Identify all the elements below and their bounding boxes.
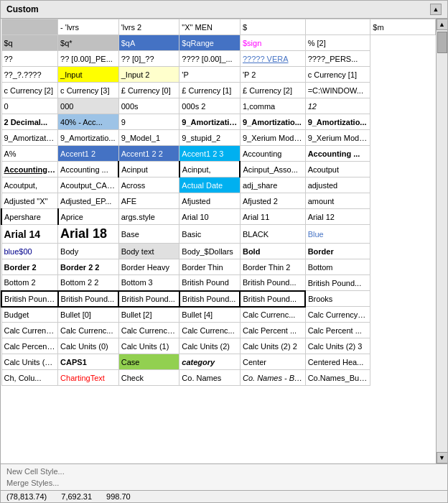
style-cell[interactable]: British Pound... (179, 291, 241, 307)
merge-styles-button[interactable]: Merge Styles... (6, 477, 442, 489)
style-cell[interactable]: Bottom 2 2 (58, 275, 119, 291)
style-cell[interactable]: Arial 11 (240, 209, 305, 225)
style-cell[interactable]: 000 (58, 98, 119, 114)
style-cell[interactable] (305, 19, 370, 35)
style-cell[interactable]: Calc Currenc... (58, 323, 119, 338)
table-row[interactable]: A%Accent1 2Accent1 2 2Accent1 2 3Account… (1, 146, 436, 162)
style-cell[interactable]: 'lvrs 2 (118, 19, 179, 35)
style-cell[interactable]: Ch, Colu... (1, 370, 58, 386)
style-cell[interactable]: Bottom 3 (118, 275, 179, 291)
style-cell[interactable]: Acinput (118, 162, 179, 177)
style-cell[interactable]: ?? [0]_?? (118, 51, 179, 67)
style-cell[interactable]: 9_Amortization (179, 114, 241, 130)
style-cell[interactable]: amount (305, 193, 370, 209)
style-cell[interactable]: adj_share (240, 177, 305, 193)
table-row[interactable]: 9_Amortizatio...9_Amortizatio...9_Model_… (1, 130, 436, 146)
style-cell[interactable]: 40% - Acc... (58, 114, 119, 130)
style-cell[interactable]: British Pound... (58, 291, 119, 307)
style-cell[interactable]: A% (1, 146, 58, 162)
style-cell[interactable]: 9_Xerium Model ... (305, 130, 370, 146)
style-cell[interactable]: Apershare (1, 209, 58, 225)
style-cell[interactable]: Co. Names (179, 370, 241, 386)
style-cell[interactable]: $qA (118, 35, 179, 51)
style-cell[interactable]: 2 Decimal... (1, 114, 58, 130)
style-cell[interactable]: British Pound... (118, 291, 179, 307)
style-cell[interactable]: blue$00 (1, 244, 58, 259)
style-cell[interactable]: ????? VERA (240, 51, 305, 67)
style-cell[interactable]: c Currency [1] (305, 67, 370, 83)
style-cell[interactable]: Acinput_Asso... (240, 162, 305, 177)
table-row[interactable]: ???? [0.00]_PE...?? [0]_?????? [0.00]_..… (1, 51, 436, 67)
vertical-scrollbar[interactable]: ▲ ▼ (436, 19, 447, 463)
style-cell[interactable]: _Input (58, 67, 119, 83)
style-cell[interactable]: Adjusted_EP... (58, 193, 119, 209)
style-cell[interactable]: Border 2 (1, 259, 58, 275)
style-cell[interactable]: Calc Currency (... (305, 307, 370, 323)
style-cell[interactable]: =C:\WINDOW... (305, 83, 370, 98)
style-cell[interactable]: Calc Units (2) 3 (305, 338, 370, 354)
style-cell[interactable]: _Input 2 (118, 67, 179, 83)
style-cell[interactable]: Basic (179, 225, 241, 244)
style-cell[interactable]: 1,comma (240, 98, 305, 114)
style-cell[interactable]: category (179, 354, 241, 370)
new-cell-style-button[interactable]: New Cell Style... (6, 466, 442, 477)
table-row[interactable]: blue$00BodyBody textBody_$DollarsBoldBor… (1, 244, 436, 259)
style-cell[interactable]: 9_Xerium Model ... (240, 130, 305, 146)
style-cell[interactable]: $sign (240, 35, 305, 51)
style-cell[interactable]: Bullet [0] (58, 307, 119, 323)
style-cell[interactable]: CAPS1 (58, 354, 119, 370)
style-cell[interactable]: $q (1, 35, 58, 51)
style-cell[interactable]: Calc Percent ... (240, 323, 305, 338)
scroll-up-btn[interactable]: ▲ (437, 19, 448, 30)
style-cell[interactable]: Afjusted (179, 193, 241, 209)
style-cell[interactable]: Calc Currency (... (118, 323, 179, 338)
style-cell[interactable]: $q* (58, 35, 119, 51)
table-row[interactable]: ??_?.????_Input_Input 2'P'P 2c Currency … (1, 67, 436, 83)
style-cell[interactable]: ???? [0.00]_... (179, 51, 241, 67)
style-cell[interactable]: % [2] (305, 35, 370, 51)
style-cell[interactable]: Arial 12 (305, 209, 370, 225)
style-cell[interactable]: Calc Percent ... (305, 323, 370, 338)
style-cell[interactable]: Across (118, 177, 179, 193)
table-row[interactable]: Border 2Border 2 2Border HeavyBorder Thi… (1, 259, 436, 275)
table-row[interactable]: Calc Percent (2)Calc Units (0)Calc Units… (1, 338, 436, 354)
table-row[interactable]: 0000000s000s 21,comma12 (1, 98, 436, 114)
table-row[interactable]: Adjusted "X"Adjusted_EP...AFEAfjustedAfj… (1, 193, 436, 209)
style-cell[interactable]: ?? [0.00]_PE... (58, 51, 119, 67)
table-row[interactable]: Accounting ...Accounting ...AcinputAcinp… (1, 162, 436, 177)
style-cell[interactable]: British Pound... (305, 275, 370, 291)
table-row[interactable]: BudgetBullet [0]Bullet [2]Bullet [4]Calc… (1, 307, 436, 323)
style-cell[interactable]: Bottom 2 (1, 275, 58, 291)
style-cell[interactable]: Adjusted "X" (1, 193, 58, 209)
style-cell[interactable]: Bold (240, 244, 305, 259)
style-cell[interactable]: adjusted (305, 177, 370, 193)
style-cell[interactable]: Border (305, 244, 370, 259)
style-cell[interactable]: Calc Units (0) (58, 338, 119, 354)
table-row[interactable]: Acoutput,Acoutput_CASco...AcrossActual D… (1, 177, 436, 193)
style-cell[interactable]: Bullet [4] (179, 307, 241, 323)
style-cell[interactable]: Calc Units (2) 4 (1, 354, 58, 370)
style-cell[interactable]: Calc Units (2) 2 (240, 338, 305, 354)
style-cell[interactable]: ChartingText (58, 370, 119, 386)
style-cell[interactable]: Arial 18 (58, 225, 119, 244)
style-cell[interactable]: British Pound... (240, 291, 305, 307)
style-cell[interactable]: $qRange (179, 35, 241, 51)
table-row[interactable]: Calc Units (2) 4CAPS1CasecategoryCenterC… (1, 354, 436, 370)
style-cell[interactable]: Accent1 2 3 (179, 146, 241, 162)
style-cell[interactable]: Aprice (58, 209, 119, 225)
style-cell[interactable]: args.style (118, 209, 179, 225)
style-cell[interactable]: Accounting (240, 146, 305, 162)
style-cell[interactable]: 9_stupid_2 (179, 130, 241, 146)
style-cell[interactable]: Budget (1, 307, 58, 323)
style-cell[interactable]: Accounting ... (305, 146, 370, 162)
table-row[interactable]: British Pound...British Pound...British … (1, 291, 436, 307)
style-cell[interactable]: BLACK (240, 225, 305, 244)
style-cell[interactable]: Border Thin (179, 259, 241, 275)
style-cell[interactable]: Border 2 2 (58, 259, 119, 275)
style-cell[interactable]: c Currency [2] (1, 83, 58, 98)
style-cell[interactable]: Blue (305, 225, 370, 244)
scroll-up-button[interactable]: ▲ (430, 4, 442, 15)
style-cell[interactable]: 000s 2 (179, 98, 241, 114)
style-cell[interactable]: Center (240, 354, 305, 370)
style-cell[interactable]: Calc Percent (2) (1, 338, 58, 354)
